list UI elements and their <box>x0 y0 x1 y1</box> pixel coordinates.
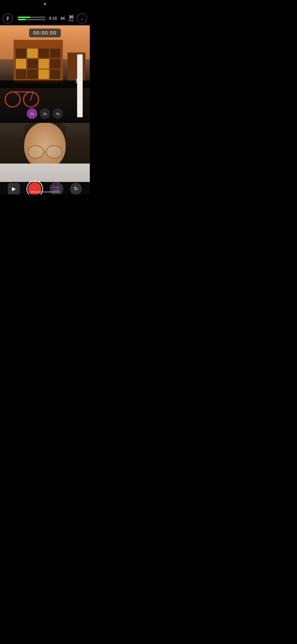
flip-camera-button[interactable]: ↻ <box>70 183 82 194</box>
mic-icon: 🎙 <box>6 16 10 21</box>
main-building <box>14 40 63 84</box>
zoom-3x-label: 3x <box>56 112 60 116</box>
top-controls-bar: 🎙 9:16 4K 30 FPS ⌄ <box>0 12 90 25</box>
resolution-label: 4K <box>60 16 66 21</box>
window <box>39 70 49 79</box>
window <box>16 59 26 68</box>
back-camera-viewfinder[interactable]: 00:00:00 1x 2x 3x <box>0 25 90 122</box>
window <box>16 48 26 58</box>
shirt-area <box>0 164 90 182</box>
zoom-2x-label: 2x <box>43 112 47 116</box>
window <box>50 48 60 58</box>
window <box>27 59 38 68</box>
audio-bar-gray-1 <box>31 16 46 18</box>
door <box>77 54 82 117</box>
camera-separator <box>0 122 90 123</box>
fps-label: FPS <box>68 19 74 22</box>
face-glasses <box>25 145 64 159</box>
dual-cam-label-line1: DUAL <box>52 186 60 189</box>
fps-number: 30 <box>69 15 74 19</box>
gallery-button[interactable]: ▶ <box>8 183 20 194</box>
flip-camera-icon: ↻ <box>74 186 78 192</box>
audio-bar-green-1 <box>18 16 30 18</box>
bike-frame <box>8 92 34 101</box>
zoom-1x-label: 1x <box>30 112 34 116</box>
home-indicator <box>30 192 60 192</box>
audio-bar-green-2 <box>18 19 26 20</box>
bike-silhouette <box>4 84 45 108</box>
building-windows <box>16 48 60 79</box>
status-bar <box>0 0 90 12</box>
app-container: 🎙 9:16 4K 30 FPS ⌄ <box>0 0 90 194</box>
window <box>27 70 38 79</box>
timer-display: 00:00:00 <box>33 30 57 36</box>
fps-display: 30 FPS <box>68 15 74 22</box>
audio-level-meter <box>18 16 46 20</box>
face-head <box>24 122 66 168</box>
window <box>27 48 38 58</box>
zoom-3x-button[interactable]: 3x <box>52 108 63 119</box>
zoom-1x-button[interactable]: 1x <box>27 108 37 119</box>
front-camera-viewfinder[interactable] <box>0 122 90 182</box>
mic-button[interactable]: 🎙 <box>3 13 13 24</box>
window <box>50 70 60 79</box>
glasses-frame-left <box>28 145 44 159</box>
zoom-2x-button[interactable]: 2x <box>40 108 50 119</box>
audio-bar-row-2 <box>18 19 46 20</box>
window <box>16 70 26 79</box>
glasses-frame-right <box>46 145 62 159</box>
window <box>50 59 60 68</box>
gallery-icon: ▶ <box>12 186 16 192</box>
door-handle <box>76 78 77 84</box>
aspect-ratio-label: 9:16 <box>49 16 57 21</box>
zoom-controls: 1x 2x 3x <box>27 108 63 119</box>
status-indicator <box>44 3 46 5</box>
audio-bar-gray-2 <box>26 19 46 20</box>
chevron-down-icon: ⌄ <box>80 16 83 21</box>
expand-button[interactable]: ⌄ <box>77 13 87 24</box>
front-camera-scene <box>0 122 90 182</box>
window <box>39 59 49 68</box>
window <box>39 48 49 58</box>
back-camera-scene: 00:00:00 1x 2x 3x <box>0 25 90 122</box>
audio-bar-row-1 <box>18 16 46 18</box>
timer-overlay: 00:00:00 <box>29 28 61 37</box>
record-inner-circle <box>28 182 42 194</box>
glasses-bridge <box>44 152 46 152</box>
